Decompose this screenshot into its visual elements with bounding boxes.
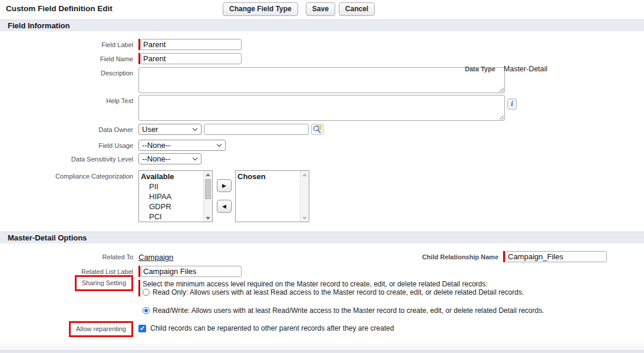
sharing-setting-intro: Select the minimum access level required… (143, 280, 524, 288)
page-title: Custom Field Definition Edit (6, 4, 113, 13)
allow-reparenting-checkbox-label: Child records can be reparented to other… (150, 324, 394, 332)
related-to-label: Related To (0, 251, 138, 260)
data-owner-type-value: User (142, 125, 158, 134)
change-field-type-button[interactable]: Change Field Type (223, 2, 298, 16)
sharing-setting-annotation-box: Sharing Setting (75, 275, 133, 291)
lookup-icon[interactable] (311, 124, 323, 135)
custom-field-definition-edit-page: Custom Field Definition Edit Change Fiel… (0, 0, 644, 353)
list-item[interactable]: PCI (139, 212, 203, 222)
required-bar (503, 251, 505, 262)
sharing-setting-row: Sharing Setting Select the minimum acces… (0, 280, 644, 315)
list-item[interactable]: HIPAA (139, 192, 203, 202)
save-button[interactable]: Save (306, 2, 335, 16)
scrollbar-thumb[interactable] (205, 179, 211, 199)
read-write-radio-label: Read/Write: Allows users with at least R… (153, 306, 544, 315)
help-text-textarea[interactable] (138, 95, 505, 121)
scroll-up-icon[interactable] (204, 171, 212, 178)
field-usage-row: Field Usage --None-- (0, 140, 644, 151)
data-sensitivity-value: --None-- (142, 154, 170, 163)
allow-reparenting-annotation-box: Allow reparenting (69, 321, 133, 337)
next-section-edge (0, 350, 644, 353)
related-to-row: Related To Campaign Child Relationship N… (0, 251, 644, 262)
help-text-row: Help Text i (0, 95, 644, 121)
field-label-input[interactable] (141, 39, 242, 50)
child-relationship-name-input[interactable] (506, 251, 607, 262)
move-buttons: ▶ ◀ (217, 179, 232, 213)
required-bar (138, 280, 140, 296)
description-label: Description (0, 67, 138, 77)
child-relationship-name-label: Child Relationship Name (422, 251, 503, 260)
field-name-row: Field Name (0, 53, 644, 64)
scroll-up-icon[interactable] (300, 171, 309, 178)
list-item[interactable]: GDPR (139, 202, 203, 212)
related-list-label-label: Related List Label (0, 266, 138, 275)
data-sensitivity-select[interactable]: --None-- (138, 153, 202, 164)
required-bar (138, 53, 140, 64)
chevron-down-icon (193, 156, 197, 160)
master-detail-body: Related To Campaign Child Relationship N… (0, 243, 644, 337)
chevron-down-icon (193, 126, 197, 131)
read-only-radio[interactable] (143, 289, 150, 296)
compliance-categorization-row: Compliance Categorization Available PII … (0, 170, 644, 222)
info-icon[interactable]: i (507, 98, 517, 110)
related-to-link[interactable]: Campaign (138, 251, 173, 262)
chosen-header: Chosen (236, 171, 300, 182)
cancel-button[interactable]: Cancel (339, 2, 375, 16)
data-sensitivity-label: Data Sensitivity Level (0, 153, 138, 163)
help-text-label: Help Text (0, 95, 138, 104)
data-owner-label: Data Owner (0, 124, 138, 133)
field-usage-value: --None-- (142, 141, 170, 150)
allow-reparenting-row: Allow reparenting ✓ Child records can be… (0, 324, 644, 337)
magnifier-glyph (313, 125, 322, 134)
chevron-down-icon (217, 142, 222, 147)
data-owner-lookup-input[interactable] (204, 124, 309, 135)
data-sensitivity-row: Data Sensitivity Level --None-- (0, 153, 644, 164)
field-name-label: Field Name (0, 53, 138, 62)
field-label-row: Field Label (0, 39, 644, 50)
available-header: Available (139, 171, 203, 182)
move-left-button[interactable]: ◀ (217, 200, 232, 213)
field-information-body: Data Type Master-Detail Field Label Fiel… (0, 31, 644, 222)
allow-reparenting-checkbox[interactable]: ✓ (138, 325, 146, 332)
read-only-radio-label: Read Only: Allows users with at least Re… (153, 288, 524, 296)
data-type-row: Data Type Master-Detail (465, 65, 547, 73)
sharing-setting-label-cell: Sharing Setting (0, 275, 138, 291)
allow-reparenting-label-cell: Allow reparenting (0, 321, 138, 337)
section-header-master-detail-options: Master-Detail Options (0, 232, 644, 243)
data-owner-type-select[interactable]: User (138, 124, 202, 135)
available-listbox[interactable]: Available PII HIPAA GDPR PCI (138, 170, 213, 222)
description-textarea[interactable] (138, 67, 505, 93)
toolbar: Change Field Type Save Cancel (223, 2, 375, 16)
child-relationship-group: Child Relationship Name (422, 251, 607, 262)
compliance-categorization-label: Compliance Categorization (0, 170, 138, 180)
related-list-label-input[interactable] (141, 266, 242, 277)
required-bar (138, 266, 140, 277)
field-name-input[interactable] (141, 53, 242, 64)
list-item[interactable]: PII (139, 182, 203, 192)
data-type-label: Data Type (465, 65, 496, 73)
move-right-button[interactable]: ▶ (217, 179, 232, 192)
field-label-label: Field Label (0, 39, 138, 48)
read-write-radio[interactable] (143, 307, 150, 314)
scroll-down-icon[interactable] (300, 215, 309, 222)
scroll-down-icon[interactable] (204, 215, 212, 222)
field-usage-select[interactable]: --None-- (138, 140, 226, 151)
data-owner-row: Data Owner User (0, 124, 644, 135)
chosen-listbox[interactable]: Chosen (235, 170, 309, 222)
scrollbar[interactable] (203, 171, 212, 222)
page-header: Custom Field Definition Edit Change Fiel… (0, 0, 644, 17)
data-type-value: Master-Detail (504, 65, 547, 73)
section-header-field-information: Field Information (0, 19, 644, 31)
field-usage-label: Field Usage (0, 140, 138, 149)
bottom-spacer (0, 344, 644, 350)
scrollbar[interactable] (300, 171, 309, 222)
required-bar (138, 39, 140, 50)
